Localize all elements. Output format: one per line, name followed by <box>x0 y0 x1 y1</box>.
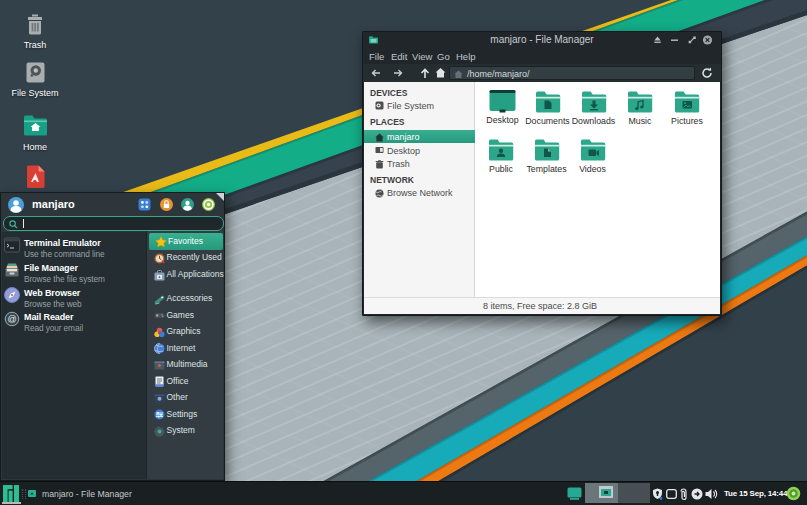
svg-text:@: @ <box>7 314 16 324</box>
